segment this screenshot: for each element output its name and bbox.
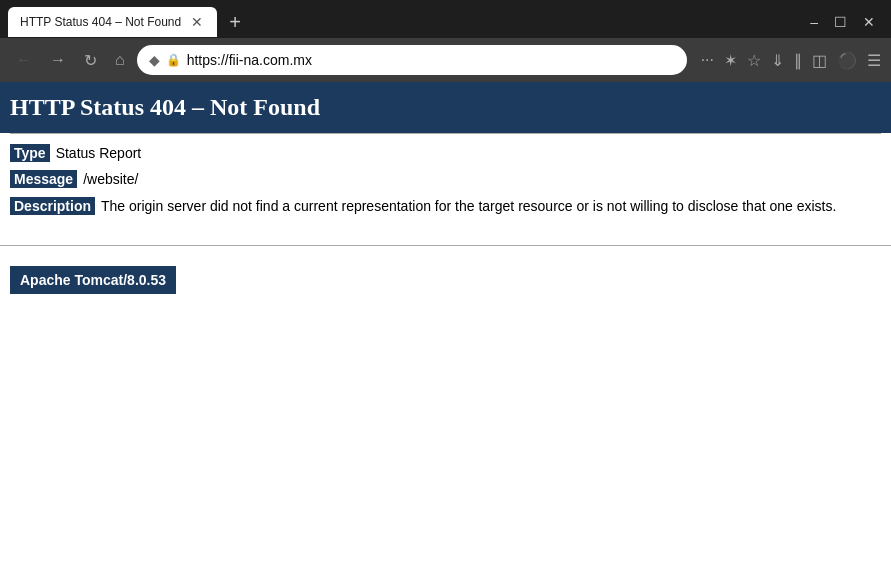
- description-value: The origin server did not find a current…: [101, 196, 836, 217]
- reload-button[interactable]: ↻: [78, 47, 103, 74]
- sidebar-toggle-icon[interactable]: ◫: [812, 51, 827, 70]
- address-bar[interactable]: ◆ 🔒 https://fii-na.com.mx: [137, 45, 687, 75]
- minimize-button[interactable]: –: [810, 14, 818, 30]
- lock-icon: 🔒: [166, 53, 181, 67]
- home-icon: ⌂: [115, 51, 125, 69]
- bottom-divider: [0, 245, 891, 246]
- menu-icon[interactable]: ☰: [867, 51, 881, 70]
- tab-title: HTTP Status 404 – Not Found: [20, 15, 181, 29]
- restore-button[interactable]: ☐: [834, 14, 847, 30]
- type-value: Status Report: [56, 145, 142, 161]
- tab-close-button[interactable]: ✕: [189, 14, 205, 30]
- description-label: Description: [10, 197, 95, 215]
- home-button[interactable]: ⌂: [109, 47, 131, 73]
- message-row: Message /website/: [10, 170, 881, 188]
- active-tab[interactable]: HTTP Status 404 – Not Found ✕: [8, 7, 217, 37]
- page-header: HTTP Status 404 – Not Found: [0, 82, 891, 133]
- bookmark-icon[interactable]: ☆: [747, 51, 761, 70]
- type-label: Type: [10, 144, 50, 162]
- pocket-icon[interactable]: ✶: [724, 51, 737, 70]
- library-icon[interactable]: ∥: [794, 51, 802, 70]
- footer-area: Apache Tomcat/8.0.53: [0, 256, 891, 294]
- reload-icon: ↻: [84, 51, 97, 70]
- content-body: Type Status Report Message /website/ Des…: [0, 134, 891, 235]
- message-label: Message: [10, 170, 77, 188]
- browser-toolbar: ← → ↻ ⌂ ◆ 🔒 https://fii-na.com.mx ··· ✶ …: [0, 38, 891, 82]
- forward-button[interactable]: →: [44, 47, 72, 73]
- type-row: Type Status Report: [10, 144, 881, 162]
- page-title: HTTP Status 404 – Not Found: [10, 94, 881, 121]
- description-row: Description The origin server did not fi…: [10, 196, 881, 217]
- message-value: /website/: [83, 171, 138, 187]
- page-content: HTTP Status 404 – Not Found Type Status …: [0, 82, 891, 294]
- url-display: https://fii-na.com.mx: [187, 52, 675, 68]
- account-icon[interactable]: ⚫: [837, 51, 857, 70]
- browser-chrome: HTTP Status 404 – Not Found ✕ + – ☐ ✕ ← …: [0, 0, 891, 82]
- close-button[interactable]: ✕: [863, 14, 875, 30]
- more-options-icon[interactable]: ···: [701, 51, 714, 69]
- downloads-icon[interactable]: ⇓: [771, 51, 784, 70]
- footer-text: Apache Tomcat/8.0.53: [10, 266, 176, 294]
- shield-icon: ◆: [149, 52, 160, 68]
- new-tab-button[interactable]: +: [221, 12, 249, 32]
- forward-icon: →: [50, 51, 66, 69]
- tab-bar: HTTP Status 404 – Not Found ✕ + – ☐ ✕: [0, 0, 891, 38]
- window-controls: – ☐ ✕: [810, 14, 883, 30]
- back-button[interactable]: ←: [10, 47, 38, 73]
- back-icon: ←: [16, 51, 32, 69]
- toolbar-right-icons: ··· ✶ ☆ ⇓ ∥ ◫ ⚫ ☰: [701, 51, 881, 70]
